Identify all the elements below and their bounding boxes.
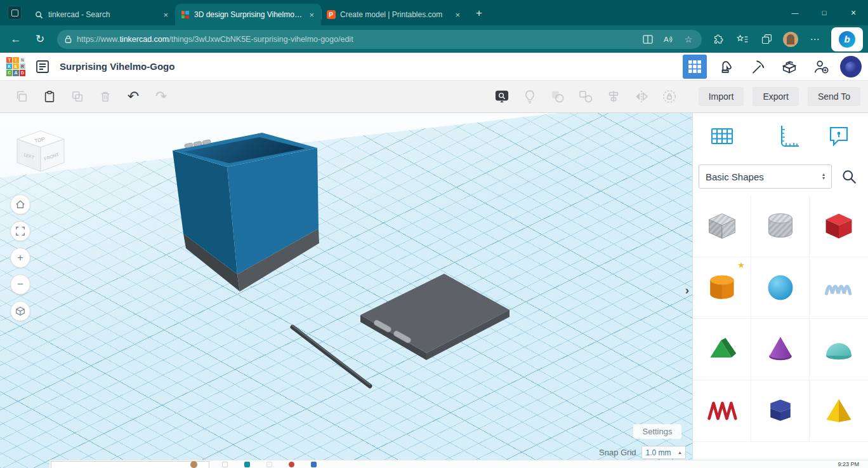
shape-pyramid[interactable] <box>810 380 868 442</box>
taskbar-app-icon[interactable] <box>222 462 228 467</box>
favorites-hub-icon[interactable] <box>732 29 753 50</box>
taskbar-app-icon[interactable] <box>311 462 317 467</box>
sim-lab-mitt-icon[interactable] <box>713 55 739 79</box>
shape-box[interactable] <box>810 196 868 257</box>
notes-tool-icon[interactable] <box>826 123 852 149</box>
group-icon[interactable] <box>544 84 572 109</box>
export-button[interactable]: Export <box>753 87 798 106</box>
workplane-tool-icon[interactable] <box>709 123 735 149</box>
align-icon[interactable] <box>600 84 628 109</box>
bing-icon: b <box>839 31 855 48</box>
tab-close-button[interactable]: × <box>307 10 316 20</box>
lock-icon <box>65 35 72 43</box>
ungroup-icon[interactable] <box>572 84 600 109</box>
design-menu-icon[interactable] <box>33 55 52 79</box>
shape-scribble[interactable] <box>810 257 868 319</box>
refresh-button[interactable]: ↻ <box>29 29 51 50</box>
shape-grid: ★ <box>693 196 868 442</box>
paste-icon[interactable] <box>36 84 63 109</box>
read-aloud-icon[interactable]: A <box>662 34 674 45</box>
close-window-button[interactable]: × <box>839 0 868 25</box>
extensions-icon[interactable] <box>708 29 728 50</box>
account-avatar[interactable] <box>840 56 862 77</box>
tinkercad-logo[interactable]: TIN KER CAD <box>6 57 25 76</box>
shape-text[interactable] <box>693 380 751 442</box>
import-button[interactable]: Import <box>699 87 744 106</box>
copilot-bing-button[interactable]: b <box>831 27 863 51</box>
view-cube[interactable]: TOP LEFT FRONT <box>17 131 64 171</box>
fit-view-button[interactable] <box>10 221 30 241</box>
taskbar-search-input[interactable] <box>51 461 209 468</box>
gray-plate-object[interactable] <box>360 274 510 360</box>
taskbar-clock[interactable]: 9:23 PM <box>838 461 859 467</box>
tab-tinkercad-search[interactable]: tinkercad - Search × <box>29 4 175 25</box>
settings-more-icon[interactable]: ⋯ <box>805 29 825 50</box>
zoom-out-button[interactable]: − <box>10 274 30 295</box>
send-to-button[interactable]: Send To <box>808 87 860 106</box>
home-view-button[interactable] <box>10 194 30 215</box>
shape-cylinder-hole[interactable] <box>751 196 810 257</box>
search-favicon-icon <box>34 10 44 20</box>
tab-title: Create model | Printables.com <box>340 10 449 19</box>
blocks-pickaxe-icon[interactable] <box>745 55 770 79</box>
select-arrows-icon: ▴▾ <box>822 173 825 180</box>
bricks-icon[interactable] <box>777 55 802 79</box>
3d-design-view-button[interactable] <box>683 55 707 79</box>
panel-collapse-button[interactable]: › <box>682 281 692 300</box>
tab-close-button[interactable]: × <box>161 10 170 20</box>
profile-avatar[interactable] <box>780 29 801 50</box>
shape-category-select[interactable]: Basic Shapes ▴▾ <box>699 164 832 189</box>
undo-button[interactable]: ↶ <box>119 84 147 109</box>
snap-grid-dropdown[interactable]: 1.0 mm ▴ <box>641 446 686 459</box>
mirror-icon[interactable] <box>628 84 655 109</box>
shape-search-icon[interactable] <box>841 168 857 185</box>
blue-box-object[interactable] <box>173 133 319 291</box>
page-title: Surprising Vihelmo-Gogo <box>60 61 174 72</box>
minimize-button[interactable]: — <box>780 0 810 25</box>
show-all-icon[interactable] <box>488 84 516 109</box>
ruler-tool-icon[interactable] <box>776 123 801 149</box>
editor-toolbar: ↶ ↷ Import <box>0 81 868 113</box>
back-button[interactable]: ← <box>5 29 27 50</box>
perspective-toggle-button[interactable] <box>10 301 30 321</box>
taskbar-app-icon[interactable] <box>244 462 250 467</box>
shape-half-sphere[interactable] <box>810 319 868 380</box>
delete-icon[interactable] <box>91 84 119 109</box>
tab-printables[interactable]: P Create model | Printables.com × <box>321 4 467 25</box>
invite-person-icon[interactable] <box>808 55 834 79</box>
new-tab-button[interactable]: + <box>470 4 489 23</box>
shape-sphere[interactable] <box>751 257 810 319</box>
viewport-3d[interactable]: TOP LEFT FRONT <box>0 113 692 468</box>
shape-cone[interactable] <box>751 319 810 380</box>
shape-cylinder[interactable]: ★ <box>693 257 751 319</box>
copy-icon[interactable] <box>8 84 36 109</box>
lock-icon[interactable] <box>655 84 683 109</box>
workspaces-icon[interactable] <box>0 0 29 25</box>
settings-button[interactable]: Settings <box>633 424 681 439</box>
redo-button[interactable]: ↷ <box>147 84 175 109</box>
light-bulb-icon[interactable] <box>516 84 544 109</box>
tinkercad-favicon-icon <box>180 10 190 20</box>
url-text: https://www.tinkercad.com/things/3wUxwCb… <box>77 35 353 44</box>
maximize-button[interactable]: □ <box>810 0 839 25</box>
split-screen-icon[interactable] <box>642 34 654 45</box>
shape-roof[interactable] <box>693 319 751 380</box>
taskbar-app-icon[interactable] <box>266 462 272 467</box>
shape-box-hole[interactable] <box>693 196 751 257</box>
svg-text:A: A <box>664 36 669 43</box>
shape-polygon[interactable] <box>751 380 810 442</box>
collections-icon[interactable] <box>756 29 777 50</box>
zoom-in-button[interactable]: + <box>10 248 30 268</box>
address-bar[interactable]: https://www.tinkercad.com/things/3wUxwCb… <box>57 30 702 49</box>
rod-object[interactable] <box>293 326 370 386</box>
snap-grid-label: Snap Grid <box>599 448 636 457</box>
taskbar-app-icon[interactable] <box>289 462 294 467</box>
toolbar-middle-icons <box>488 84 683 109</box>
add-favorite-icon[interactable]: ☆ <box>683 34 694 45</box>
windows-taskbar: 9:23 PM <box>49 460 868 468</box>
3d-scene: TOP LEFT FRONT <box>0 113 692 468</box>
tab-close-button[interactable]: × <box>453 10 462 20</box>
tab-3d-design[interactable]: 3D design Surprising Vihelmo-G... × <box>175 4 321 25</box>
duplicate-icon[interactable] <box>63 84 91 109</box>
browser-titlebar: tinkercad - Search × 3D design Surprisin… <box>0 0 868 25</box>
